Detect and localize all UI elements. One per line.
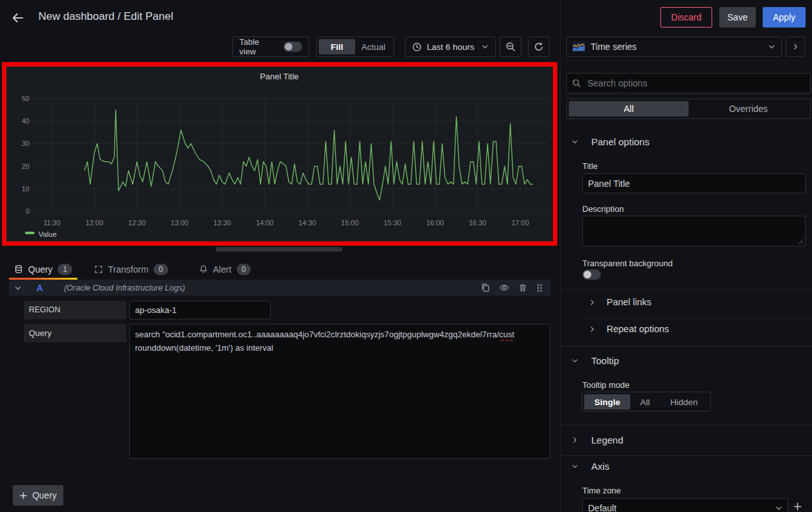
resize-handle-icon[interactable] (798, 239, 804, 244)
tab-query-count: 1 (58, 264, 72, 275)
search-icon (572, 79, 581, 88)
tooltip-mode-single[interactable]: Single (584, 394, 630, 410)
expand-options-button[interactable] (786, 36, 805, 57)
database-icon (14, 264, 23, 274)
fill-actual-switch: Fill Actual (316, 36, 394, 57)
chevron-down-icon (571, 357, 578, 364)
add-query-button[interactable]: Query (13, 485, 63, 506)
tab-transform[interactable]: Transform 0 (89, 259, 173, 280)
svg-text:16:00: 16:00 (426, 219, 444, 227)
tooltip-mode-all[interactable]: All (630, 394, 660, 410)
time-range-picker[interactable]: Last 6 hours (405, 36, 496, 57)
tooltip-mode-hidden[interactable]: Hidden (660, 394, 708, 410)
timeseries-viz-icon (573, 42, 585, 51)
chevron-down-icon (571, 138, 578, 145)
bell-icon (199, 264, 208, 274)
table-view-label: Table view (239, 37, 278, 56)
svg-text:14:00: 14:00 (256, 219, 274, 227)
tab-overrides[interactable]: Overrides (689, 101, 808, 116)
section-axis[interactable]: Axis (571, 461, 609, 472)
zoom-out-icon (506, 42, 516, 52)
duplicate-query-button[interactable] (481, 283, 490, 292)
series-line-value (84, 110, 533, 200)
eye-icon (499, 283, 509, 292)
plus-icon (793, 502, 802, 511)
chart-axis-labels: 0102030405011:3012:0012:3013:0013:3014:0… (22, 95, 529, 227)
misspelled-word: cust (499, 330, 514, 339)
svg-text:20: 20 (22, 163, 29, 170)
divider (560, 289, 812, 290)
svg-text:40: 40 (22, 117, 29, 125)
editor-tabs: Query 1 Transform 0 Alert 0 (9, 259, 256, 280)
chevron-right-icon (589, 326, 596, 333)
query-datasource-name: (Oracle Cloud Infrastructure Logs) (64, 284, 185, 292)
chevron-right-icon (792, 43, 799, 51)
tab-alert-count: 0 (237, 264, 251, 275)
tab-query-label: Query (28, 264, 52, 275)
svg-text:13:00: 13:00 (171, 219, 189, 227)
query-textarea[interactable]: search "ocid1.compartment.oc1..aaaaaaaaq… (129, 324, 550, 459)
plus-icon (19, 492, 28, 500)
collapse-query-row-button[interactable] (14, 284, 22, 292)
visualization-name: Time series (591, 42, 637, 52)
grafana-panel-editor: New dashboard / Edit Panel Discard Save … (0, 0, 812, 512)
chevron-right-icon (571, 436, 578, 444)
query-row-header: A (Oracle Cloud Infrastructure Logs) (9, 280, 550, 296)
title-field-label: Title (582, 161, 598, 171)
add-timezone-button[interactable] (793, 502, 802, 511)
tab-all[interactable]: All (569, 101, 689, 116)
svg-text:12:00: 12:00 (86, 219, 104, 227)
transparent-bg-label: Transparent background (582, 259, 673, 268)
tooltip-mode-label: Tooltip mode (582, 380, 630, 390)
zoom-out-button[interactable] (500, 36, 521, 57)
svg-text:17:00: 17:00 (511, 219, 529, 227)
chevron-down-icon (481, 43, 489, 51)
query-ref-id: A (36, 283, 43, 293)
horizontal-scrollbar[interactable] (216, 247, 342, 252)
timeseries-chart: 0102030405011:3012:0012:3013:0013:3014:0… (7, 67, 553, 241)
section-tooltip[interactable]: Tooltip (571, 355, 619, 366)
divider (582, 318, 812, 319)
legend-series-swatch (25, 232, 35, 234)
refresh-button[interactable] (528, 36, 550, 57)
chevron-right-icon (589, 299, 596, 306)
svg-text:16:30: 16:30 (469, 219, 487, 227)
fill-option[interactable]: Fill (319, 39, 355, 54)
query-text-line1: search "ocid1.compartment.oc1..aaaaaaaaq… (135, 328, 545, 341)
options-search-input[interactable] (586, 77, 805, 89)
svg-text:14:30: 14:30 (299, 219, 317, 227)
section-panel-links[interactable]: Panel links (589, 297, 651, 307)
tooltip-mode-switch: Single All Hidden (582, 392, 711, 412)
panel-title-input[interactable] (582, 173, 806, 193)
back-button[interactable] (10, 10, 27, 26)
section-panel-options[interactable]: Panel options (571, 136, 649, 147)
delete-query-button[interactable] (518, 283, 527, 292)
tab-query[interactable]: Query 1 (9, 259, 77, 280)
options-search (566, 73, 811, 93)
table-view-group: Table view (232, 36, 309, 57)
section-legend[interactable]: Legend (571, 435, 623, 445)
divider (560, 425, 812, 426)
arrow-left-icon (10, 10, 27, 26)
chart-legend-item[interactable]: Value (25, 230, 57, 238)
actual-option[interactable]: Actual (355, 39, 392, 54)
region-field-label: REGION (24, 301, 126, 319)
drag-handle[interactable] (536, 284, 543, 292)
chevron-down-icon (775, 504, 783, 512)
toggle-query-visibility-button[interactable] (499, 283, 509, 292)
query-text-line2: rounddown(datetime, '1m') as interval (135, 341, 545, 355)
timezone-select[interactable]: Default (582, 498, 788, 512)
section-repeat-options[interactable]: Repeat options (589, 324, 669, 334)
visualization-picker[interactable]: Time series (566, 36, 782, 57)
region-input[interactable] (129, 301, 271, 319)
transparent-bg-toggle[interactable] (582, 269, 601, 280)
chart-grid (26, 99, 548, 211)
refresh-icon (534, 42, 544, 52)
tab-alert-label: Alert (213, 264, 232, 275)
table-view-toggle[interactable] (283, 42, 302, 52)
svg-text:11:30: 11:30 (44, 219, 61, 227)
copy-icon (481, 283, 490, 292)
query-row-actions (481, 283, 543, 292)
tab-alert[interactable]: Alert 0 (194, 259, 256, 280)
panel-description-textarea[interactable] (582, 216, 806, 246)
